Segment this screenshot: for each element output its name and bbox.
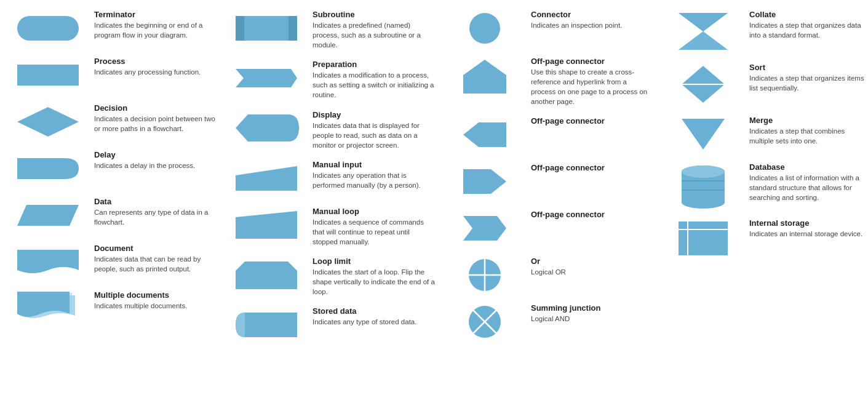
database-desc: Indicates a list of information with a s…	[749, 173, 866, 202]
loop-limit-text: Loop limit Indicates the start of a loop…	[313, 257, 435, 297]
list-item: Or Logical OR	[440, 253, 658, 297]
list-item: Internal storage Indicates an internal s…	[658, 215, 868, 262]
or-shape	[445, 257, 525, 293]
summing-junction-desc: Logical AND	[531, 314, 653, 324]
manual-input-desc: Indicates any operation that is performe…	[313, 170, 435, 190]
main-grid: Terminator Indicates the beginning or en…	[0, 0, 868, 353]
svg-marker-10	[236, 261, 297, 289]
svg-rect-4	[236, 16, 297, 41]
svg-rect-5	[236, 16, 244, 41]
svg-marker-28	[682, 119, 725, 150]
svg-marker-14	[463, 169, 506, 194]
summing-junction-shape	[445, 303, 525, 340]
column-3: Connector Indicates an inspection point.…	[440, 6, 658, 347]
svg-rect-6	[289, 16, 297, 41]
database-shape	[663, 162, 743, 209]
database-text: Database Indicates a list of information…	[749, 162, 866, 202]
off-page-connector3-shape	[445, 163, 525, 200]
manual-input-title: Manual input	[313, 160, 435, 169]
off-page-connector4-text: Off-page connector	[531, 210, 653, 220]
svg-point-31	[682, 196, 725, 209]
manual-input-shape	[226, 160, 306, 197]
internal-storage-text: Internal storage Indicates an internal s…	[749, 218, 866, 239]
svg-rect-35	[679, 221, 728, 255]
summing-junction-text: Summing junction Logical AND	[531, 303, 653, 324]
list-item: Subroutine Indicates a predefined (named…	[221, 6, 440, 54]
list-item: Document Indicates data that can be read…	[3, 240, 221, 284]
display-shape	[226, 110, 306, 147]
off-page-connector4-title: Off-page connector	[531, 210, 653, 219]
svg-marker-9	[236, 211, 297, 239]
sort-title: Sort	[749, 63, 866, 72]
loop-limit-title: Loop limit	[313, 257, 435, 266]
decision-desc: Indicates a decision point between two o…	[94, 114, 217, 134]
loop-limit-shape	[226, 257, 306, 293]
manual-loop-text: Manual loop Indicates a sequence of comm…	[313, 207, 435, 247]
display-title: Display	[313, 110, 435, 119]
list-item: Process Indicates any processing functio…	[3, 53, 221, 97]
svg-marker-8	[236, 166, 297, 191]
process-desc: Indicates any processing function.	[94, 67, 217, 77]
delay-shape	[8, 150, 88, 187]
list-item: Preparation Indicates a modification to …	[221, 56, 440, 103]
list-item: Manual input Indicates any operation tha…	[221, 156, 440, 201]
list-item: Delay Indicates a delay in the process.	[3, 146, 221, 191]
document-title: Document	[94, 244, 217, 253]
multiple-documents-title: Multiple documents	[94, 290, 217, 300]
manual-input-text: Manual input Indicates any operation tha…	[313, 160, 435, 190]
preparation-shape	[226, 60, 306, 97]
list-item: Off-page connector	[440, 159, 658, 204]
merge-shape	[663, 116, 743, 153]
collate-title: Collate	[749, 10, 866, 19]
summing-junction-title: Summing junction	[531, 303, 653, 313]
list-item: Multiple documents Indicates multiple do…	[3, 287, 221, 331]
list-item: Stored data Indicates any type of stored…	[221, 303, 440, 347]
sort-text: Sort Indicates a step that organizes ite…	[749, 63, 866, 93]
or-desc: Logical OR	[531, 267, 653, 277]
internal-storage-title: Internal storage	[749, 218, 866, 228]
merge-title: Merge	[749, 116, 866, 125]
data-text: Data Can represents any type of data in …	[94, 197, 217, 227]
connector-text: Connector Indicates an inspection point.	[531, 10, 653, 30]
off-page-connector1-title: Off-page connector	[531, 57, 653, 66]
manual-loop-shape	[226, 207, 306, 244]
stored-data-desc: Indicates any type of stored data.	[313, 317, 435, 327]
data-title: Data	[94, 197, 217, 206]
terminator-text: Terminator Indicates the beginning or en…	[94, 10, 217, 40]
process-text: Process Indicates any processing functio…	[94, 57, 217, 77]
svg-marker-25	[679, 31, 728, 50]
off-page-connector3-title: Off-page connector	[531, 163, 653, 172]
merge-text: Merge Indicates a step that combines mul…	[749, 116, 866, 146]
off-page-connector4-shape	[445, 210, 525, 247]
off-page-connector1-shape	[445, 57, 525, 97]
list-item: Loop limit Indicates the start of a loop…	[221, 253, 440, 300]
list-item: Database Indicates a list of information…	[658, 159, 868, 212]
stored-data-shape	[226, 306, 306, 343]
column-2: Subroutine Indicates a predefined (named…	[221, 6, 440, 347]
process-title: Process	[94, 57, 217, 66]
decision-title: Decision	[94, 103, 217, 113]
list-item: Connector Indicates an inspection point.	[440, 6, 658, 50]
svg-point-32	[682, 166, 725, 178]
column-1: Terminator Indicates the beginning or en…	[3, 6, 221, 347]
connector-desc: Indicates an inspection point.	[531, 20, 653, 30]
loop-limit-desc: Indicates the start of a loop. Flip the …	[313, 267, 435, 297]
off-page-connector3-text: Off-page connector	[531, 163, 653, 174]
off-page-connector1-desc: Use this shape to create a cross-referen…	[531, 67, 653, 106]
subroutine-text: Subroutine Indicates a predefined (named…	[313, 10, 435, 50]
svg-marker-15	[463, 216, 506, 241]
sort-shape	[663, 63, 743, 106]
list-item: Off-page connector	[440, 206, 658, 250]
stored-data-title: Stored data	[313, 306, 435, 316]
terminator-desc: Indicates the beginning or end of a prog…	[94, 20, 217, 40]
document-desc: Indicates data that can be read by peopl…	[94, 254, 217, 274]
svg-rect-1	[17, 65, 79, 86]
internal-storage-shape	[663, 218, 743, 258]
sort-desc: Indicates a step that organizes items li…	[749, 73, 866, 93]
off-page-connector2-shape	[445, 116, 525, 153]
preparation-desc: Indicates a modification to a process, s…	[313, 70, 435, 100]
connector-title: Connector	[531, 10, 653, 19]
svg-marker-3	[17, 205, 79, 226]
decision-text: Decision Indicates a decision point betw…	[94, 103, 217, 134]
off-page-connector2-text: Off-page connector	[531, 116, 653, 127]
